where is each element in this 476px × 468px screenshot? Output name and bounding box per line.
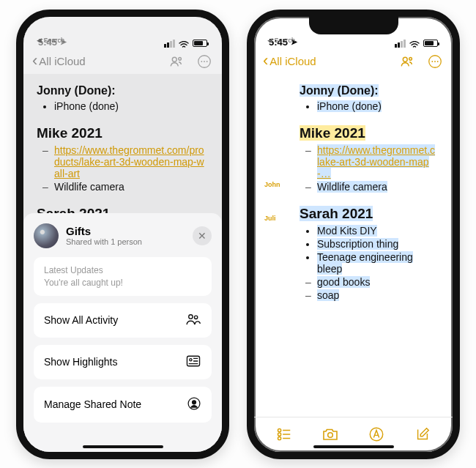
svg-point-12 — [403, 57, 407, 62]
back-to-app[interactable]: ◀ Search — [267, 37, 295, 44]
show-highlights-button[interactable]: Show Highlights — [34, 345, 212, 379]
people-icon — [185, 313, 201, 328]
highlights-icon — [185, 354, 201, 370]
show-all-activity-button[interactable]: Show All Activity — [34, 303, 212, 338]
checklist-icon[interactable] — [275, 426, 293, 443]
list-item: soap — [317, 289, 439, 301]
nav-bar: ‹ All iCloud — [23, 49, 222, 74]
avatar — [34, 223, 59, 248]
svg-point-11 — [193, 400, 196, 404]
svg-point-16 — [434, 61, 436, 62]
latest-updates-card: Latest Updates You're all caught up! — [34, 257, 212, 296]
back-label: All iCloud — [39, 55, 85, 67]
svg-point-17 — [437, 61, 439, 62]
compose-icon[interactable] — [414, 426, 431, 443]
battery-icon — [193, 40, 207, 47]
author-tag: Juli — [264, 215, 276, 222]
close-button[interactable]: ✕ — [193, 226, 212, 245]
collaborate-icon[interactable] — [168, 53, 185, 70]
cellular-icon — [395, 40, 406, 48]
svg-point-1 — [179, 57, 182, 60]
wifi-icon — [409, 40, 420, 47]
back-label: All iCloud — [269, 55, 316, 67]
note-link[interactable]: https://www.thegrommet.c lake-art-3d-woo… — [317, 144, 435, 179]
person-circle-icon — [187, 396, 201, 413]
manage-shared-note-button[interactable]: Manage Shared Note — [34, 387, 212, 423]
back-to-app[interactable]: ◀ Search — [37, 37, 64, 44]
author-tag: John — [264, 181, 280, 188]
list-item: https://www.thegrommet.c lake-art-3d-woo… — [317, 144, 439, 179]
list-item: Subscription thing — [317, 238, 439, 250]
list-item: Mod Kits DIY — [317, 225, 439, 237]
close-icon: ✕ — [198, 230, 207, 242]
back-button[interactable]: ‹ All iCloud — [263, 53, 316, 70]
svg-point-3 — [201, 61, 202, 62]
sheet-title: Gifts — [66, 225, 142, 237]
status-bar: 5:45 ➤ ◀ Search — [23, 17, 222, 49]
svg-point-7 — [194, 316, 197, 319]
collaborate-icon[interactable] — [398, 53, 416, 70]
status-bar: 5:45 ➤ ◀ Search — [254, 17, 453, 49]
back-button[interactable]: ‹ All iCloud — [32, 53, 86, 70]
section-heading: Jonny (Done): — [300, 84, 439, 97]
svg-point-19 — [278, 433, 281, 436]
list-item: iPhone (done) — [317, 100, 439, 112]
wifi-icon — [179, 40, 189, 47]
battery-icon — [423, 40, 438, 47]
markup-icon[interactable] — [368, 426, 385, 443]
chevron-left-icon: ‹ — [263, 53, 268, 69]
list-item: Teenage engineering bleep — [317, 251, 439, 275]
list-item: good books — [317, 276, 439, 288]
home-indicator[interactable] — [313, 445, 394, 448]
home-indicator[interactable] — [83, 445, 163, 448]
svg-point-6 — [189, 314, 193, 318]
svg-point-4 — [204, 61, 205, 62]
svg-point-20 — [278, 437, 281, 439]
svg-point-15 — [431, 61, 433, 62]
more-icon[interactable] — [196, 53, 213, 70]
camera-icon[interactable] — [321, 426, 339, 443]
svg-point-9 — [190, 358, 192, 360]
section-heading: Sarah 2021 — [300, 206, 439, 222]
svg-point-0 — [172, 57, 176, 62]
nav-bar: ‹ All iCloud — [254, 49, 453, 74]
list-item: Wildlife camera — [317, 181, 439, 193]
svg-point-18 — [278, 428, 281, 431]
section-heading: Mike 2021 — [300, 125, 439, 141]
phone-right: 5:45 ➤ ◀ Search ‹ All iCloud — [247, 10, 460, 459]
sheet-subtitle: Shared with 1 person — [66, 237, 142, 246]
svg-point-5 — [207, 61, 208, 62]
phone-left: 5:45 ➤ ◀ Search ‹ All iCloud — [16, 10, 229, 459]
more-icon[interactable] — [426, 53, 444, 70]
svg-point-13 — [409, 57, 412, 60]
chevron-left-icon: ‹ — [32, 53, 37, 69]
cellular-icon — [164, 40, 175, 48]
svg-point-21 — [328, 433, 333, 438]
note-content[interactable]: John Juli Jonny (Done): iPhone (done) Mi… — [254, 74, 453, 417]
share-sheet: Gifts Shared with 1 person ✕ Latest Upda… — [23, 213, 222, 452]
